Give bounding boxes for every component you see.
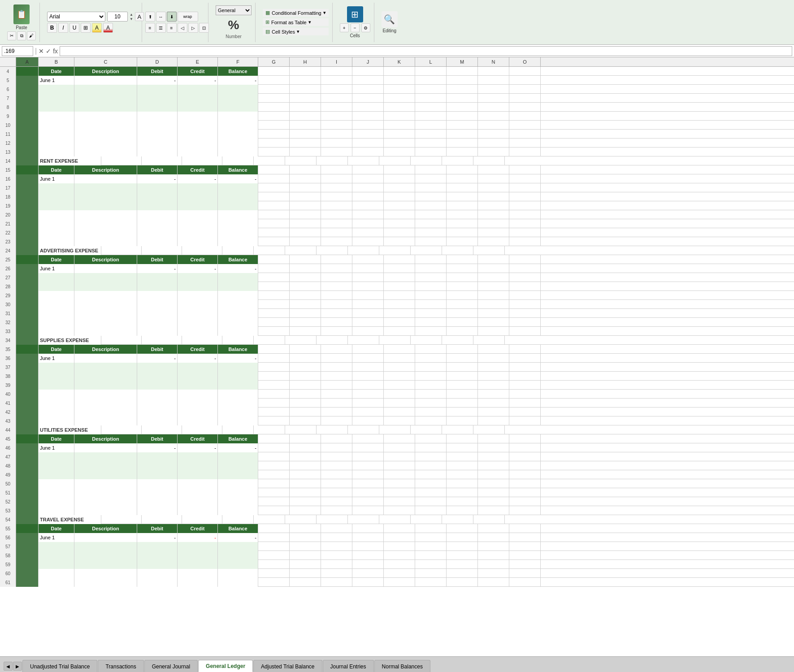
table-cell[interactable] xyxy=(16,309,39,318)
table-cell[interactable] xyxy=(509,147,541,156)
table-cell[interactable] xyxy=(258,103,290,112)
table-cell[interactable] xyxy=(74,237,137,246)
table-cell[interactable] xyxy=(258,192,290,201)
table-cell[interactable] xyxy=(178,103,218,112)
table-cell[interactable] xyxy=(182,425,222,434)
table-cell[interactable] xyxy=(290,121,321,130)
table-cell[interactable] xyxy=(290,327,321,336)
table-cell[interactable] xyxy=(478,578,509,587)
table-cell[interactable] xyxy=(182,336,222,345)
table-cell[interactable]: Credit xyxy=(178,67,218,76)
table-cell[interactable] xyxy=(415,210,447,219)
table-cell[interactable] xyxy=(509,103,541,112)
table-cell[interactable] xyxy=(74,372,137,381)
table-cell[interactable] xyxy=(321,183,352,192)
table-cell[interactable] xyxy=(74,309,137,318)
table-cell[interactable] xyxy=(178,542,218,551)
table-cell[interactable] xyxy=(447,461,478,470)
table-cell[interactable] xyxy=(218,94,258,103)
table-cell[interactable] xyxy=(415,103,447,112)
table-cell[interactable] xyxy=(411,515,442,524)
table-cell[interactable] xyxy=(442,156,473,165)
table-cell[interactable] xyxy=(16,237,39,246)
table-cell[interactable] xyxy=(178,551,218,560)
table-cell[interactable] xyxy=(290,443,321,452)
table-cell[interactable] xyxy=(478,94,509,103)
table-cell[interactable] xyxy=(415,533,447,542)
table-cell[interactable] xyxy=(384,533,415,542)
table-cell[interactable] xyxy=(39,372,74,381)
format-cells-icon[interactable]: ⚙ xyxy=(361,23,370,32)
table-cell[interactable] xyxy=(218,201,258,210)
table-cell[interactable] xyxy=(415,461,447,470)
table-cell[interactable] xyxy=(478,452,509,461)
table-cell[interactable] xyxy=(478,291,509,300)
table-cell[interactable] xyxy=(16,452,39,461)
table-cell[interactable] xyxy=(16,174,39,183)
table-cell[interactable] xyxy=(478,121,509,130)
italic-button[interactable]: I xyxy=(58,23,68,33)
table-cell[interactable] xyxy=(384,416,415,425)
table-cell[interactable] xyxy=(16,103,39,112)
table-cell[interactable] xyxy=(16,94,39,103)
table-cell[interactable] xyxy=(39,183,74,192)
table-cell[interactable] xyxy=(258,578,290,587)
table-cell[interactable] xyxy=(178,219,218,228)
table-cell[interactable] xyxy=(137,327,178,336)
table-cell[interactable] xyxy=(218,551,258,560)
table-cell[interactable] xyxy=(384,165,415,174)
table-cell[interactable] xyxy=(509,327,541,336)
table-cell[interactable] xyxy=(39,470,74,479)
table-cell[interactable] xyxy=(258,273,290,282)
table-cell[interactable] xyxy=(415,470,447,479)
table-cell[interactable] xyxy=(321,408,352,416)
table-cell[interactable]: - xyxy=(178,443,218,452)
table-cell[interactable] xyxy=(16,130,39,139)
cell-styles-button[interactable]: ▤ Cell Styles ▾ xyxy=(263,28,329,35)
table-cell[interactable] xyxy=(258,210,290,219)
table-cell[interactable] xyxy=(317,336,348,345)
table-cell[interactable] xyxy=(16,85,39,94)
table-cell[interactable] xyxy=(411,156,442,165)
table-cell[interactable] xyxy=(218,210,258,219)
table-cell[interactable] xyxy=(473,515,505,524)
table-cell[interactable] xyxy=(290,300,321,309)
table-cell[interactable] xyxy=(16,372,39,381)
table-cell[interactable] xyxy=(321,479,352,488)
table-cell[interactable] xyxy=(384,354,415,363)
table-cell[interactable] xyxy=(178,228,218,237)
table-cell[interactable] xyxy=(415,309,447,318)
table-cell[interactable] xyxy=(415,264,447,273)
table-cell[interactable] xyxy=(415,147,447,156)
table-cell[interactable] xyxy=(321,94,352,103)
table-cell[interactable] xyxy=(352,139,384,147)
table-cell[interactable] xyxy=(447,121,478,130)
table-cell[interactable] xyxy=(447,228,478,237)
table-cell[interactable] xyxy=(473,425,505,434)
table-cell[interactable] xyxy=(415,390,447,399)
table-cell[interactable] xyxy=(478,255,509,264)
table-cell[interactable] xyxy=(178,416,218,425)
table-cell[interactable] xyxy=(415,372,447,381)
table-cell[interactable] xyxy=(509,112,541,121)
wrap-text-button[interactable]: wrap xyxy=(178,12,198,22)
table-cell[interactable] xyxy=(447,255,478,264)
table-cell[interactable]: - xyxy=(218,443,258,452)
table-cell[interactable] xyxy=(290,94,321,103)
table-cell[interactable] xyxy=(352,76,384,85)
table-cell[interactable] xyxy=(74,416,137,425)
table-cell[interactable] xyxy=(178,201,218,210)
table-cell[interactable] xyxy=(447,452,478,461)
table-cell[interactable] xyxy=(258,237,290,246)
align-bottom-icon[interactable]: ⬇ xyxy=(167,12,177,22)
table-cell[interactable] xyxy=(509,94,541,103)
table-cell[interactable] xyxy=(290,147,321,156)
table-cell[interactable] xyxy=(379,336,411,345)
table-cell[interactable] xyxy=(16,578,39,587)
font-size-up-icon[interactable]: ▲ xyxy=(130,13,133,17)
table-cell[interactable] xyxy=(178,381,218,390)
table-cell[interactable] xyxy=(352,390,384,399)
table-cell[interactable] xyxy=(509,560,541,569)
table-cell[interactable] xyxy=(258,381,290,390)
table-cell[interactable] xyxy=(447,192,478,201)
